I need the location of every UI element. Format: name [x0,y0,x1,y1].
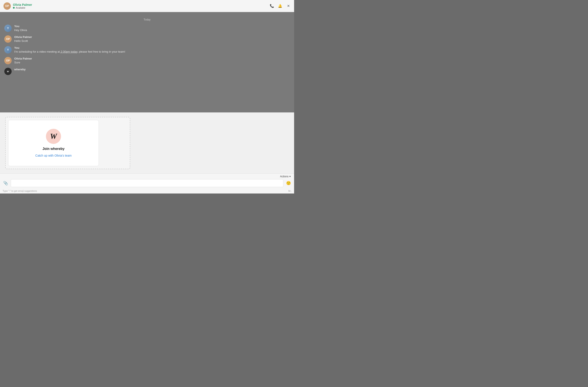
message-sender: Olivia Palmer [14,35,32,39]
messages-container: Today Y You Hey Olivia OP Olivia Palmer … [0,12,294,112]
whereby-card-area: W Join whereby Catch up with Olivia's te… [0,112,294,173]
emoji-icon[interactable]: 🙂 [286,180,292,186]
message-sender: Olivia Palmer [14,57,32,60]
message-group: w whereby [4,68,290,75]
whereby-w-letter: W [50,132,57,141]
message-text: Hey Olivia [14,28,27,32]
message-sender: whereby [14,68,26,71]
attach-icon[interactable]: 📎 [2,180,9,186]
whereby-logo: W [46,129,61,144]
bell-icon[interactable]: 🔔 [278,4,282,8]
message-group: OP Olivia Palmer Hello Scott [4,35,290,43]
close-icon[interactable]: ✕ [286,4,291,8]
message-content: Olivia Palmer Sure [14,57,32,64]
message-text: Sure [14,61,32,64]
time-link: 2:30pm today [61,50,77,53]
message-content: You Hey Olivia [14,25,27,32]
hint-row: Type ":" to get emoji suggestions M↓ [0,189,294,194]
date-divider: Today [4,18,290,21]
avatar-letter: Y [7,48,9,51]
actions-button[interactable]: Actions ▾ [280,175,291,178]
message-sender: You [14,46,125,49]
status-dot [13,7,15,9]
message-content: You I'm scheduling for a video meeting a… [14,46,125,53]
message-content: whereby [14,68,26,71]
avatar: OP [4,57,12,64]
hint-text: Type ":" to get emoji suggestions [2,190,37,192]
status-text: Available [16,6,25,9]
message-content: Olivia Palmer Hello Scott [14,35,32,43]
avatar-letter: OP [6,59,10,62]
status-row: Available [13,6,32,9]
avatar: OP [4,35,12,43]
header-info: Olivia Palmer Available [13,3,32,9]
avatar-initials: OP [5,4,9,8]
whereby-card: W Join whereby Catch up with Olivia's te… [8,120,99,166]
markdown-toggle[interactable]: M↓ [288,190,292,192]
actions-label: Actions [280,175,289,178]
avatar: Y [4,46,12,53]
chevron-down-icon: ▾ [289,175,291,178]
message-text: Hello Scott [14,39,32,43]
chat-header: OP Olivia Palmer Available 📞 🔔 ✕ [0,0,294,12]
avatar-letter: OP [6,38,10,41]
whereby-card-wrapper: W Join whereby Catch up with Olivia's te… [5,117,130,169]
actions-row: Actions ▾ [0,174,294,178]
avatar: OP [3,2,11,10]
message-group: Y You Hey Olivia [4,25,290,32]
header-left: OP Olivia Palmer Available [3,2,32,10]
avatar: w [4,68,12,75]
message-sender: You [14,25,27,28]
message-text: I'm scheduling for a video meeting at 2:… [14,50,125,53]
message-input[interactable] [11,179,283,187]
message-group: Y You I'm scheduling for a video meeting… [4,46,290,53]
chat-area: Today Y You Hey Olivia OP Olivia Palmer … [0,12,294,194]
header-actions: 📞 🔔 ✕ [270,4,291,8]
avatar: Y [4,25,12,32]
avatar-letter: Y [7,27,9,30]
input-row: 📎 🙂 [0,178,294,189]
message-group: OP Olivia Palmer Sure [4,57,290,64]
contact-name: Olivia Palmer [13,3,32,6]
bottom-bar: Actions ▾ 📎 🙂 Type ":" to get emoji sugg… [0,173,294,194]
whereby-join-link[interactable]: Catch up with Olivia's team [35,154,72,157]
phone-icon[interactable]: 📞 [270,4,274,8]
whereby-title: Join whereby [42,147,64,151]
